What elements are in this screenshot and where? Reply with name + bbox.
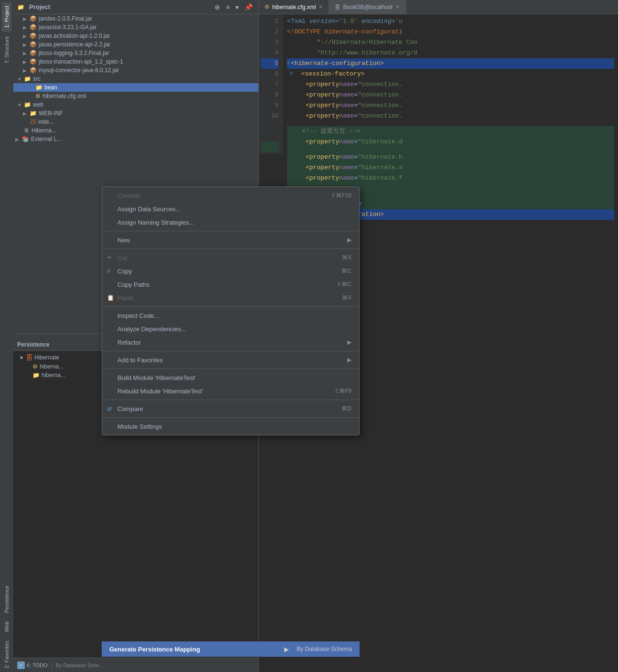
menu-item-analyze[interactable]: Analyze Dependencies...: [102, 322, 359, 336]
menu-separator-4: [102, 351, 359, 351]
menu-separator-5: [102, 369, 359, 369]
menu-shortcut: ⌘V: [327, 294, 352, 301]
menu-item-console[interactable]: Console ⇧⌘F10: [102, 189, 359, 202]
menu-shortcut: ⌘C: [326, 268, 352, 274]
menu-item-label: Copy: [117, 268, 132, 275]
menu-item-label: Module Settings: [117, 423, 162, 430]
cut-icon: ✂: [107, 254, 112, 261]
menu-item-label: Add to Favorites: [117, 357, 163, 364]
menu-item-label: Inspect Code...: [117, 312, 159, 319]
menu-item-build[interactable]: Build Module 'HibernateTest': [102, 371, 359, 384]
generate-bar-label: Generate Persistence Mapping: [109, 646, 284, 653]
menu-item-label: Copy Paths: [117, 281, 149, 288]
menu-item-module-settings[interactable]: Module Settings: [102, 420, 359, 433]
menu-item-rebuild[interactable]: Rebuild Module 'HibernateTest' ⇧⌘F9: [102, 384, 359, 398]
menu-item-inspect[interactable]: Inspect Code...: [102, 309, 359, 322]
menu-item-label: Build Module 'HibernateTest': [117, 374, 196, 381]
menu-shortcut: ⇧⌘C: [321, 281, 352, 288]
copy-icon: ⎘: [107, 268, 110, 274]
menu-item-label: Assign Data Sources...: [117, 206, 181, 213]
submenu-arrow-icon: ▶: [347, 237, 352, 243]
menu-item-refactor[interactable]: Refactor ▶: [102, 336, 359, 349]
menu-shortcut: ⇧⌘F10: [316, 192, 352, 199]
paste-icon: 📋: [107, 294, 114, 301]
generate-bar-arrow: ▶: [284, 646, 289, 653]
menu-item-assign-datasources[interactable]: Assign Data Sources...: [102, 202, 359, 216]
menu-item-label: Analyze Dependencies...: [117, 325, 186, 333]
menu-item-new[interactable]: New ▶: [102, 233, 359, 247]
submenu-arrow-icon: ▶: [347, 357, 352, 363]
context-menu-overlay: Console ⇧⌘F10 Assign Data Sources... Ass…: [0, 0, 618, 672]
menu-item-label: Assign Naming Strategies...: [117, 219, 194, 226]
menu-item-add-favorites[interactable]: Add to Favorites ▶: [102, 353, 359, 367]
menu-separator-2: [102, 249, 359, 249]
menu-item-label: Cut: [117, 254, 127, 261]
menu-item-copy-paths[interactable]: Copy Paths ⇧⌘C: [102, 278, 359, 291]
menu-separator-3: [102, 306, 359, 307]
generate-bar-right-label: By Database Schema: [297, 646, 352, 652]
compare-icon: ⇄: [107, 405, 112, 412]
menu-item-paste[interactable]: 📋 Paste ⌘V: [102, 291, 359, 304]
menu-item-label: Rebuild Module 'HibernateTest': [117, 388, 203, 395]
menu-item-label: New: [117, 237, 130, 244]
menu-item-label: Paste: [117, 294, 133, 302]
menu-item-assign-naming[interactable]: Assign Naming Strategies...: [102, 216, 359, 229]
submenu-arrow-icon: ▶: [347, 339, 352, 346]
menu-separator-6: [102, 400, 359, 400]
menu-item-cut[interactable]: ✂ Cut ⌘X: [102, 251, 359, 264]
menu-item-label: Refactor: [117, 339, 141, 346]
menu-item-label: Compare: [117, 405, 143, 412]
menu-item-label: Console: [117, 192, 140, 199]
menu-item-copy[interactable]: ⎘ Copy ⌘C: [102, 264, 359, 278]
menu-shortcut: ⌘D: [326, 405, 352, 412]
menu-item-compare[interactable]: ⇄ Compare ⌘D: [102, 402, 359, 415]
context-menu: Console ⇧⌘F10 Assign Data Sources... Ass…: [102, 186, 360, 435]
menu-shortcut: ⌘X: [327, 254, 352, 261]
menu-separator-7: [102, 417, 359, 418]
generate-persistence-bar[interactable]: Generate Persistence Mapping ▶ By Databa…: [102, 641, 360, 657]
menu-separator-1: [102, 231, 359, 231]
menu-shortcut: ⇧⌘F9: [319, 388, 352, 394]
